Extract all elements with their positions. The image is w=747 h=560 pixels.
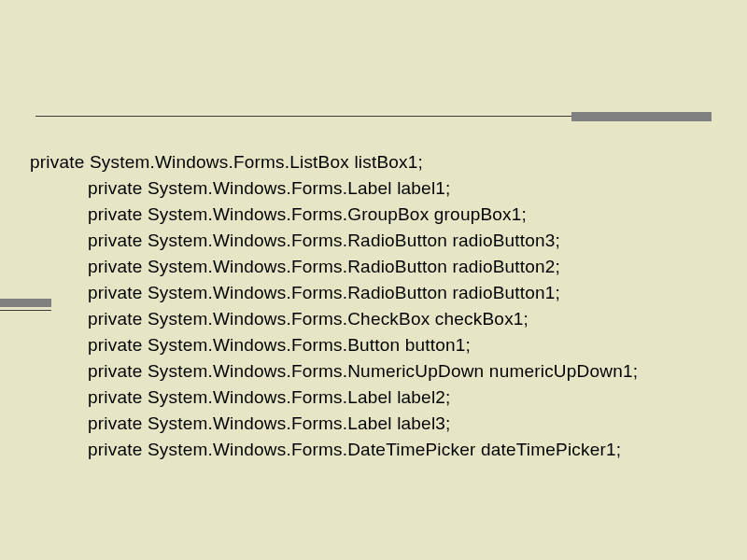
code-line: private System.Windows.Forms.Label label…	[30, 411, 717, 437]
top-divider	[35, 112, 712, 121]
divider-accent	[571, 112, 712, 121]
code-line: private System.Windows.Forms.Label label…	[30, 385, 717, 411]
code-line: private System.Windows.Forms.RadioButton…	[30, 254, 717, 280]
code-line: private System.Windows.Forms.Button butt…	[30, 332, 717, 358]
code-line: private System.Windows.Forms.RadioButton…	[30, 280, 717, 306]
code-block: private System.Windows.Forms.ListBox lis…	[30, 149, 717, 463]
code-line: private System.Windows.Forms.ListBox lis…	[30, 149, 717, 175]
code-line: private System.Windows.Forms.DateTimePic…	[30, 437, 717, 463]
code-line: private System.Windows.Forms.Label label…	[30, 175, 717, 202]
code-line: private System.Windows.Forms.GroupBox gr…	[30, 202, 717, 228]
code-line: private System.Windows.Forms.NumericUpDo…	[30, 358, 717, 385]
code-line: private System.Windows.Forms.RadioButton…	[30, 228, 717, 254]
slide: private System.Windows.Forms.ListBox lis…	[0, 0, 747, 560]
code-line: private System.Windows.Forms.CheckBox ch…	[30, 306, 717, 332]
